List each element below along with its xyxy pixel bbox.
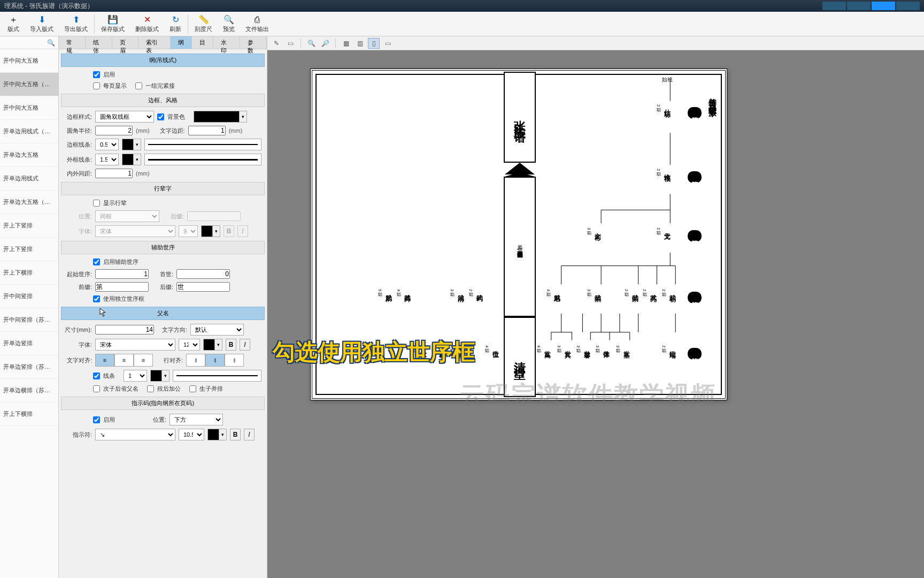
inp-text-margin[interactable] [188, 126, 226, 135]
chk-aux-enable[interactable] [93, 258, 100, 265]
btn-italic: I [237, 225, 248, 237]
border-line-preview[interactable] [144, 139, 261, 150]
list-item[interactable]: 开单边竖排（苏氏） [0, 355, 58, 379]
sel-outer-weight[interactable]: 1.5 [95, 154, 119, 165]
search-icon[interactable]: 🔍 [47, 39, 55, 47]
ind-color[interactable]: ▾ [207, 429, 227, 440]
btn-father-italic[interactable]: I [240, 339, 250, 351]
tb-export-file[interactable]: ⎙文件输出 [240, 12, 274, 36]
list-item[interactable]: 开中间大五格（欧... [0, 73, 58, 96]
inp-hangbei-suffix [187, 211, 241, 221]
list-item[interactable]: 开单边横排（苏式） [0, 379, 58, 402]
chk-line[interactable] [93, 372, 100, 379]
list-item[interactable]: 开单边竖排 [0, 332, 58, 355]
line-preview[interactable] [173, 370, 261, 382]
sel-text-dir[interactable]: 默认 [190, 324, 244, 336]
inp-father-size[interactable] [95, 325, 154, 334]
chk-show-hangbei[interactable] [93, 200, 100, 207]
btn-father-bold[interactable]: B [226, 339, 236, 351]
chk-grouptight[interactable] [135, 82, 142, 89]
tb-preview[interactable]: 🔍预览 [218, 12, 240, 36]
sel-ind-size[interactable]: 10.5 [179, 429, 204, 440]
sel-ind-char[interactable]: ↘ [95, 429, 175, 440]
text-align-group: ≡ ≡ ≡ [95, 354, 153, 367]
chk-sub2[interactable] [147, 385, 154, 392]
list-item[interactable]: 开单边用线式 [0, 167, 58, 191]
sel-father-font[interactable]: 宋体 [95, 339, 175, 351]
tab-params[interactable]: 参数 [240, 36, 267, 49]
list-item[interactable]: 开单边用线式（欧... [0, 120, 58, 143]
rowalign-top[interactable]: ⫴ [186, 354, 205, 367]
tab-watermark[interactable]: 水印 [213, 36, 240, 49]
sel-ind-pos[interactable]: 下方 [170, 414, 223, 425]
align-center[interactable]: ≡ [114, 354, 134, 367]
tb-new-layout[interactable]: ＋版式 [2, 12, 25, 36]
btn-ind-italic[interactable]: I [244, 429, 255, 440]
tab-mu[interactable]: 目 [192, 36, 213, 49]
list-item[interactable]: 开中间大五格 [0, 49, 58, 73]
cb-view2-icon[interactable]: ▥ [354, 38, 366, 49]
line-color[interactable]: ▾ [150, 370, 170, 382]
sel-father-size[interactable]: 12 [179, 339, 200, 351]
father-color[interactable]: ▾ [203, 339, 222, 351]
cb-zoom-in-icon[interactable]: 🔍 [305, 38, 317, 49]
sel-line-weight[interactable]: 1 [124, 370, 147, 382]
titlebar-pill[interactable] [872, 2, 895, 10]
chk-sub1[interactable] [93, 385, 100, 392]
list-item[interactable]: 开中间竖排（苏式） [0, 308, 58, 332]
btn-ind-bold[interactable]: B [230, 429, 241, 440]
tb-refresh[interactable]: ↻刷新 [164, 12, 187, 36]
sel-border-style[interactable]: 圆角双线框 [95, 111, 154, 123]
list-item[interactable]: 开上下横排 [0, 261, 58, 285]
list-item[interactable]: 开中间大五格 [0, 96, 58, 120]
rowalign-mid[interactable]: ⫴ [205, 354, 225, 367]
outer-color[interactable]: ▾ [122, 154, 141, 165]
inp-first-gen[interactable] [176, 269, 230, 279]
list-item[interactable]: 开上下横排 [0, 402, 58, 426]
titlebar-pill[interactable] [896, 2, 920, 10]
chk-enable[interactable] [93, 71, 100, 78]
tree-node: 世馨聪3 [574, 345, 591, 347]
chk-perpage[interactable] [93, 82, 100, 89]
align-right[interactable]: ≡ [134, 354, 153, 367]
chk-bgcolor[interactable] [157, 113, 164, 120]
list-item[interactable]: 开中间竖排 [0, 285, 58, 308]
cb-zoom-out-icon[interactable]: 🔎 [319, 38, 331, 49]
titlebar-pill[interactable] [847, 2, 871, 10]
cb-view1-icon[interactable]: ▦ [340, 38, 352, 49]
chk-independent-frame[interactable] [93, 295, 100, 302]
tab-general[interactable]: 常规 [59, 36, 86, 49]
inp-prefix[interactable] [95, 282, 149, 292]
cb-view3-icon[interactable]: ▯ [368, 38, 380, 49]
inp-radius[interactable] [95, 126, 133, 135]
list-item[interactable]: 开单边大五格（欧... [0, 191, 58, 214]
outer-line-preview[interactable] [144, 154, 261, 165]
cb-page-icon[interactable]: ▭ [284, 38, 296, 49]
chk-ind-enable[interactable] [93, 416, 100, 423]
titlebar-pill[interactable] [822, 2, 846, 10]
tab-header[interactable]: 页眉 [112, 36, 139, 49]
chk-sub3[interactable] [189, 385, 196, 392]
inp-start-gen[interactable] [95, 269, 149, 279]
rowalign-bot[interactable]: ⫴ [225, 354, 244, 367]
inp-gap[interactable] [95, 169, 133, 178]
tb-export-layout[interactable]: ⬆导出版式 [59, 12, 93, 36]
tab-index[interactable]: 索引表 [138, 36, 171, 49]
tree-node: 世其聪3 [555, 345, 572, 347]
tb-save-layout[interactable]: 💾保存版式 [96, 12, 130, 36]
tab-paper[interactable]: 纸张 [86, 36, 112, 49]
border-color[interactable]: ▾ [122, 139, 141, 150]
bgcolor-picker[interactable]: ▾ [194, 111, 247, 123]
tb-ruler[interactable]: 📏刻度尺 [189, 12, 218, 36]
list-item[interactable]: 开上下竖排 [0, 238, 58, 261]
inp-suffix[interactable] [176, 282, 230, 292]
tb-import-layout[interactable]: ⬇导入版式 [25, 12, 59, 36]
cb-view4-icon[interactable]: ▭ [382, 38, 394, 49]
align-left[interactable]: ≡ [95, 354, 114, 367]
tb-delete-layout[interactable]: ✕删除版式 [130, 12, 164, 36]
list-item[interactable]: 开上下竖排 [0, 214, 58, 238]
cb-eraser-icon[interactable]: ✎ [271, 38, 282, 49]
tab-gang[interactable]: 纲 [171, 36, 192, 49]
list-item[interactable]: 开单边大五格 [0, 143, 58, 167]
sel-border-weight[interactable]: 0.5 [95, 139, 119, 150]
